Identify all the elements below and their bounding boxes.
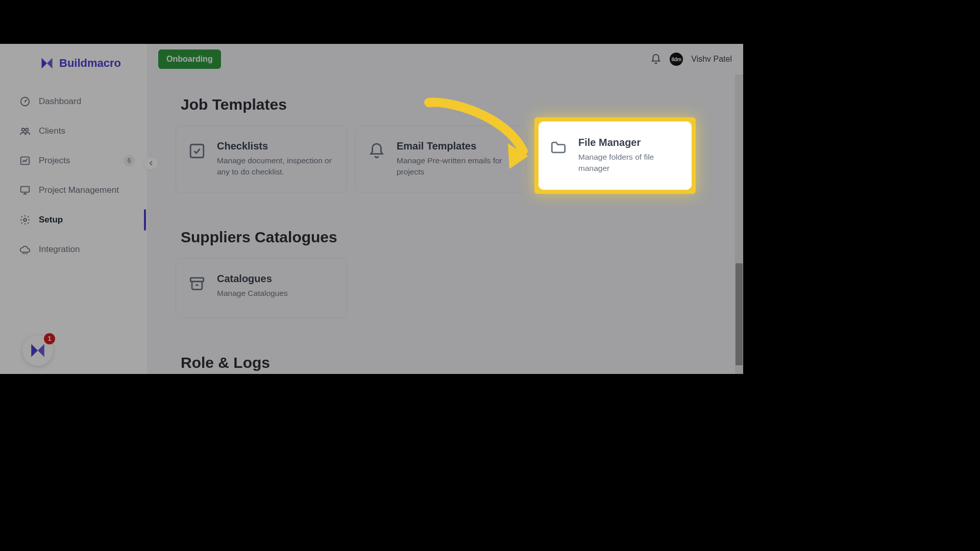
card-title: Catalogues	[217, 273, 288, 285]
sidebar-item-label: Project Management	[39, 185, 119, 195]
sidebar-nav: Dashboard Clients Projects 6 Project Man…	[0, 87, 147, 264]
sidebar-item-clients[interactable]: Clients	[0, 116, 147, 146]
card-title: File Manager	[578, 137, 680, 148]
sidebar-item-label: Setup	[39, 215, 63, 225]
onboarding-button[interactable]: Onboarding	[158, 49, 221, 69]
svg-point-3	[26, 129, 28, 132]
folder-icon	[550, 139, 567, 156]
section-title-job-templates: Job Templates	[181, 96, 732, 113]
brand-mark-icon	[29, 342, 46, 359]
card-desc: Manage Pre-written emails for projects	[397, 155, 514, 178]
highlight-frame: File Manager Manage folders of file mana…	[534, 117, 696, 194]
svg-point-1	[24, 101, 26, 103]
card-title: Checklists	[217, 140, 334, 152]
users-icon	[19, 126, 31, 137]
sidebar-item-label: Clients	[39, 126, 65, 136]
brand-logo[interactable]: Buildmacro	[0, 44, 147, 83]
help-badge: 1	[44, 333, 55, 344]
section-title-roles: Role & Logs	[181, 354, 732, 371]
svg-rect-5	[21, 187, 30, 192]
user-name: Vishv Patel	[691, 55, 732, 64]
help-bubble[interactable]: 1	[22, 335, 53, 366]
card-catalogues[interactable]: Catalogues Manage Catalogues	[176, 258, 347, 318]
bell-icon[interactable]	[650, 54, 662, 65]
presentation-icon	[19, 185, 31, 196]
topbar: Onboarding ildm Vishv Patel	[147, 44, 743, 74]
sidebar-item-integration[interactable]: Integration	[0, 235, 147, 264]
suppliers-cards: Catalogues Manage Catalogues	[176, 258, 732, 318]
cloud-icon	[19, 244, 31, 255]
projects-count-badge: 6	[124, 155, 135, 166]
archive-icon	[188, 275, 206, 292]
scrollbar-track[interactable]	[735, 74, 743, 374]
bell-icon	[368, 142, 385, 160]
card-email-templates[interactable]: Email Templates Manage Pre-written email…	[355, 126, 527, 193]
card-checklists[interactable]: Checklists Manage document, inspection o…	[176, 126, 347, 193]
gear-icon	[19, 214, 31, 226]
brand-name: Buildmacro	[59, 57, 121, 70]
sidebar-item-dashboard[interactable]: Dashboard	[0, 87, 147, 116]
card-file-manager[interactable]: File Manager Manage folders of file mana…	[538, 121, 692, 190]
sidebar-item-label: Projects	[39, 156, 70, 166]
brand-mark-icon	[40, 56, 54, 70]
svg-rect-7	[190, 144, 204, 158]
sidebar-item-project-management[interactable]: Project Management	[0, 176, 147, 205]
sidebar-item-label: Dashboard	[39, 96, 81, 107]
gauge-icon	[19, 96, 31, 107]
sidebar-item-projects[interactable]: Projects 6	[0, 146, 147, 176]
svg-point-6	[23, 218, 27, 221]
card-desc: Manage Catalogues	[217, 288, 288, 299]
checkbox-icon	[188, 142, 206, 160]
svg-point-2	[22, 129, 25, 132]
card-desc: Manage document, inspection or any to do…	[217, 155, 334, 178]
card-title: Email Templates	[397, 140, 514, 152]
section-title-suppliers: Suppliers Catalogues	[181, 229, 732, 246]
avatar[interactable]: ildm	[670, 53, 683, 66]
sidebar-item-setup[interactable]: Setup	[0, 205, 147, 235]
sidebar-item-label: Integration	[39, 244, 80, 255]
card-desc: Manage folders of file manager	[578, 152, 680, 174]
svg-rect-8	[190, 278, 204, 282]
sidebar: Buildmacro Dashboard Clients Projects 6 …	[0, 44, 147, 374]
chart-icon	[19, 155, 31, 166]
scrollbar-thumb[interactable]	[736, 263, 743, 365]
